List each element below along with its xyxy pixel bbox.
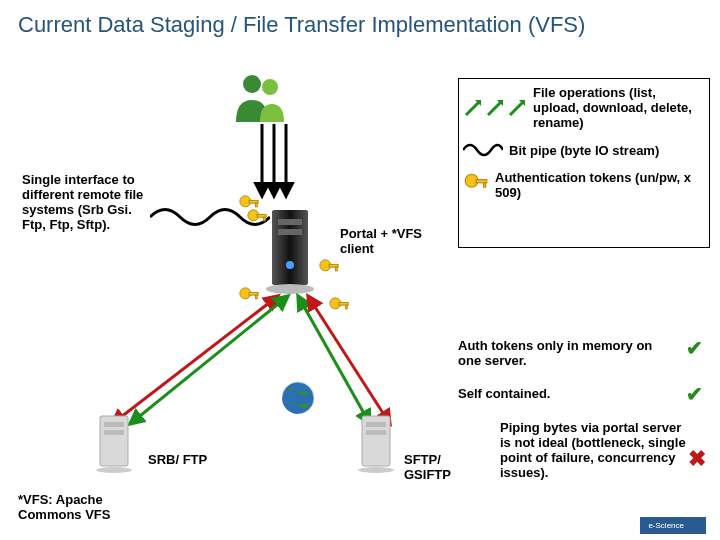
cross-icon: ✖ (688, 446, 706, 472)
svg-line-27 (130, 296, 288, 424)
svg-rect-32 (104, 422, 124, 427)
svg-point-9 (286, 261, 294, 269)
svg-rect-7 (278, 219, 302, 225)
svg-point-34 (96, 467, 132, 473)
server-icon (260, 205, 320, 295)
sftp-gsiftp-label: SFTP/ GSIFTP (404, 452, 484, 482)
portal-client-label: Portal + *VFS client (340, 226, 430, 256)
svg-rect-36 (366, 422, 386, 427)
bullet-piping-issue: Piping bytes via portal server is not id… (500, 420, 688, 480)
svg-line-29 (308, 296, 390, 424)
legend-auth-tokens: Authentication tokens (un/pw, x 509) (495, 170, 705, 200)
svg-rect-19 (335, 267, 337, 271)
svg-rect-33 (104, 430, 124, 435)
bullet-auth-tokens: Auth tokens only in memory on one server… (458, 338, 674, 368)
check-icon: ✔ (686, 336, 703, 360)
users-icon (230, 72, 290, 122)
vfs-footnote: *VFS: Apache Commons VFS (18, 492, 168, 522)
arrow-green-icon (507, 98, 527, 118)
svg-point-1 (262, 79, 278, 95)
svg-line-39 (466, 101, 480, 115)
page-title: Current Data Staging / File Transfer Imp… (18, 12, 585, 38)
svg-line-41 (510, 101, 524, 115)
check-icon: ✔ (686, 382, 703, 406)
legend-file-ops: File operations (list, upload, download,… (533, 85, 705, 130)
legend-box: File operations (list, upload, download,… (458, 78, 710, 248)
footer-logo: e-Science (640, 517, 706, 534)
svg-rect-44 (484, 183, 486, 187)
server-left-icon (94, 414, 134, 478)
left-description: Single interface to different remote fil… (22, 172, 148, 232)
svg-rect-37 (366, 430, 386, 435)
svg-rect-8 (278, 229, 302, 235)
globe-icon (280, 380, 316, 416)
svg-point-0 (243, 75, 261, 93)
svg-line-40 (488, 101, 502, 115)
wave-icon (463, 140, 503, 160)
svg-rect-13 (255, 203, 257, 207)
srb-ftp-label: SRB/ FTP (148, 452, 208, 467)
svg-rect-16 (263, 217, 265, 221)
server-right-icon (356, 414, 396, 478)
svg-point-38 (358, 467, 394, 473)
key-icon (463, 172, 489, 198)
arrow-green-icon (463, 98, 483, 118)
legend-bit-pipe: Bit pipe (byte IO stream) (509, 143, 659, 158)
bullet-self-contained: Self contained. (458, 386, 674, 401)
key-icon (246, 208, 268, 234)
key-icon (318, 258, 340, 284)
svg-line-26 (112, 296, 278, 424)
arrow-green-icon (485, 98, 505, 118)
